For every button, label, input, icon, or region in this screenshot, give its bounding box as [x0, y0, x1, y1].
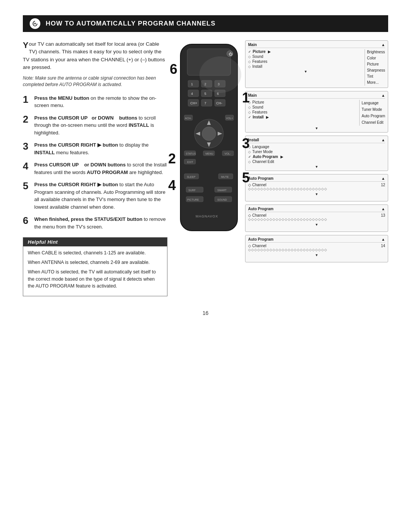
svg-text:1: 1	[191, 82, 193, 86]
hint-item-2: When ANTENNA is selected, channels 2-69 …	[28, 259, 162, 266]
svg-rect-7	[188, 90, 199, 97]
note-paragraph: Note: Make sure the antenna or cable sig…	[23, 75, 167, 88]
svg-rect-8	[201, 90, 212, 97]
screen-panel-2: Main ▲ ◇ Picture ◇ Sound ◇	[245, 91, 388, 133]
svg-text:SMART: SMART	[217, 189, 227, 192]
screen2-row-sound: ◇ Sound	[248, 105, 358, 110]
svg-text:MUTE: MUTE	[221, 176, 229, 178]
svg-text:ACH-: ACH-	[185, 117, 192, 120]
main-layout: Your TV can automatically set itself for…	[23, 40, 388, 296]
screen5-progress: ◇◇◇◇◇◇◇◇◇◇◇◇◇◇◇◇◇◇◇◇◇◇◇◇◇◇	[248, 217, 385, 221]
screen3-row-chanedit: ◇ Channel Edit	[248, 159, 385, 164]
title-bar: How to Automatically Program Channels	[23, 15, 388, 32]
screen-panel-6: Auto Program ▲ ◇ Channel 14 ◇◇◇◇◇◇◇◇◇◇◇◇…	[245, 235, 388, 262]
screen3-row-tuner: ◇ Tuner Mode	[248, 149, 385, 154]
step-5-number: 5	[23, 181, 31, 191]
screen1-content: ✓ Picture ▶ ◇ Sound ◇ Features	[248, 49, 385, 86]
svg-text:4: 4	[191, 92, 193, 96]
svg-rect-4	[188, 80, 199, 87]
overlay-6: 6	[170, 61, 177, 77]
overlay-4: 4	[168, 177, 176, 193]
svg-text:VOL+: VOL+	[226, 117, 233, 120]
step-6-number: 6	[23, 216, 31, 225]
step-5: 5 Press the CURSOR RIGHT ▶ button to sta…	[23, 181, 167, 211]
step-4: 4 Press CURSOR UP or DOWN buttons to scr…	[23, 161, 167, 176]
screen2-header: Main ▲	[248, 93, 385, 99]
step-3: 3 Press the CURSOR RIGHT ▶ button to dis…	[23, 141, 167, 156]
right-column: 6 1 3 2 4 5 ⏻	[177, 40, 388, 262]
overlay-2: 2	[168, 151, 176, 167]
svg-text:SOUND: SOUND	[217, 198, 227, 201]
screen1-row-install: ◇ Install	[248, 64, 363, 69]
step-4-content: Press CURSOR UP or DOWN buttons to scrol…	[34, 161, 167, 176]
step-1: 1 Press the MENU button on the remote to…	[23, 94, 167, 109]
step-1-content: Press the MENU button on the remote to s…	[34, 94, 167, 109]
step-3-number: 3	[23, 141, 31, 151]
screen3-row-autoprog: ✓ Auto Program ▶	[248, 154, 385, 159]
hint-item-3: When AUTO is selected, the TV will autom…	[28, 268, 162, 290]
step-6: 6 When finished, press the STA­TUS/EXIT …	[23, 216, 167, 230]
title-icon	[30, 18, 40, 29]
screen5-channel: ◇ Channel 13	[248, 213, 385, 217]
screen3-row-language: ◇ Language	[248, 144, 385, 149]
svg-point-23	[202, 127, 216, 141]
svg-text:STATUS: STATUS	[186, 152, 196, 155]
step-2: 2 Press the CURSOR UP or DOWN buttons to…	[23, 114, 167, 137]
svg-text:SURF: SURF	[188, 189, 196, 192]
step-6-content: When finished, press the STA­TUS/EXIT bu…	[34, 216, 167, 230]
svg-rect-11	[201, 99, 212, 106]
screen3-header: Install ▲	[248, 138, 385, 143]
screen-panel-5: Auto Program ▲ ◇ Channel 13 ◇◇◇◇◇◇◇◇◇◇◇◇…	[245, 204, 388, 232]
svg-text:VOL-: VOL-	[225, 152, 231, 155]
step-4-number: 4	[23, 161, 31, 171]
screen1-left: ✓ Picture ▶ ◇ Sound ◇ Features	[248, 49, 363, 86]
screen1-submenu: Brightness Color Picture Sharpness Tint …	[365, 49, 385, 86]
step-2-content: Press the CURSOR UP or DOWN buttons to s…	[34, 114, 167, 137]
screen2-row-picture: ◇ Picture	[248, 100, 358, 105]
screen1-row-picture: ✓ Picture ▶	[248, 49, 363, 54]
intro-paragraph: Your TV can automatically set itself for…	[23, 40, 167, 71]
page-title: How to Automatically Program Channels	[46, 20, 215, 27]
intro-text: our TV can automatically set itself for …	[23, 41, 165, 70]
page-number: 16	[23, 310, 388, 316]
screen4-header: Auto Program ▲	[248, 176, 385, 182]
screen4-progress: ◇◇◇◇◇◇◇◇◇◇◇◇◇◇◇◇◇◇◇◇◇◇◇◇◇◇	[248, 187, 385, 191]
screen6-channel: ◇ Channel 14	[248, 244, 385, 248]
svg-text:MENU: MENU	[206, 152, 213, 155]
svg-text:7: 7	[204, 101, 206, 105]
screens-column: Main ▲ ✓ Picture ▶ ◇ Sound	[245, 40, 388, 262]
svg-text:SLEEP: SLEEP	[187, 176, 196, 178]
step-1-number: 1	[23, 94, 31, 104]
hint-item-1: When CABLE is selected, channels 1-125 a…	[28, 249, 162, 257]
screen6-progress: ◇◇◇◇◇◇◇◇◇◇◇◇◇◇◇◇◇◇◇◇◇◇◇◇◇◇	[248, 248, 385, 252]
overlay-1: 1	[242, 90, 250, 106]
drop-cap: Y	[23, 41, 29, 50]
remote-svg: ⏻ 1 2 3 4 5 6 CH+	[177, 40, 241, 238]
helpful-hint-box: Helpful Hint When CABLE is selected, cha…	[23, 237, 167, 296]
svg-text:MAGNAVOX: MAGNAVOX	[196, 214, 218, 218]
screen1-row-features: ◇ Features	[248, 59, 363, 64]
svg-text:EXIT: EXIT	[187, 161, 193, 163]
svg-text:⏻: ⏻	[229, 52, 233, 56]
step-3-content: Press the CURSOR RIGHT ▶ button to displ…	[34, 141, 167, 156]
screen6-header: Auto Program ▲	[248, 237, 385, 243]
svg-text:PICTURE: PICTURE	[187, 198, 199, 201]
screen2-row-install: ✓ Install ▶	[248, 115, 358, 120]
overlay-5: 5	[242, 170, 250, 186]
screen1-header: Main ▲	[248, 43, 385, 48]
step-2-number: 2	[23, 114, 31, 124]
overlay-3: 3	[242, 136, 250, 152]
remote-control-area: 6 1 3 2 4 5 ⏻	[177, 40, 241, 262]
screen2-submenu: Language Tuner Mode Auto Program Channel…	[359, 100, 385, 126]
step-5-content: Press the CURSOR RIGHT ▶ button to start…	[34, 181, 167, 211]
hint-content: When CABLE is selected, channels 1-125 a…	[23, 246, 167, 290]
svg-text:CH+: CH+	[190, 101, 197, 105]
screen-panel-1: Main ▲ ✓ Picture ▶ ◇ Sound	[245, 40, 388, 88]
hint-title: Helpful Hint	[23, 238, 167, 246]
screen-panel-4: Auto Program ▲ ◇ Channel 12 ◇◇◇◇◇◇◇◇◇◇◇◇…	[245, 174, 388, 201]
screen2-row-features: ◇ Features	[248, 110, 358, 115]
svg-point-53	[199, 56, 241, 93]
svg-text:5: 5	[204, 92, 206, 96]
screen2-content: ◇ Picture ◇ Sound ◇ Features ✓	[248, 100, 385, 126]
svg-text:CH-: CH-	[216, 101, 222, 105]
